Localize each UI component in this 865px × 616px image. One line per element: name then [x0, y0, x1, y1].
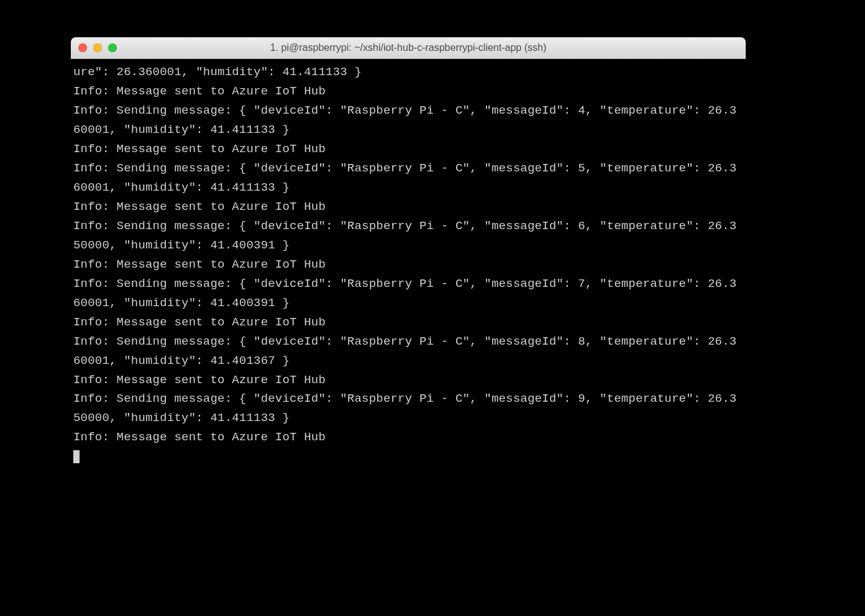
terminal-window: 1. pi@raspberrypi: ~/xshi/iot-hub-c-rasp…	[71, 37, 746, 548]
close-icon[interactable]	[78, 43, 87, 52]
titlebar[interactable]: 1. pi@raspberrypi: ~/xshi/iot-hub-c-rasp…	[71, 37, 746, 59]
window-title: 1. pi@raspberrypi: ~/xshi/iot-hub-c-rasp…	[71, 42, 746, 53]
terminal-output[interactable]: ure": 26.360001, "humidity": 41.411133 }…	[71, 59, 746, 548]
cursor	[73, 450, 80, 463]
window-controls	[71, 43, 117, 52]
minimize-icon[interactable]	[93, 43, 102, 52]
zoom-icon[interactable]	[108, 43, 117, 52]
